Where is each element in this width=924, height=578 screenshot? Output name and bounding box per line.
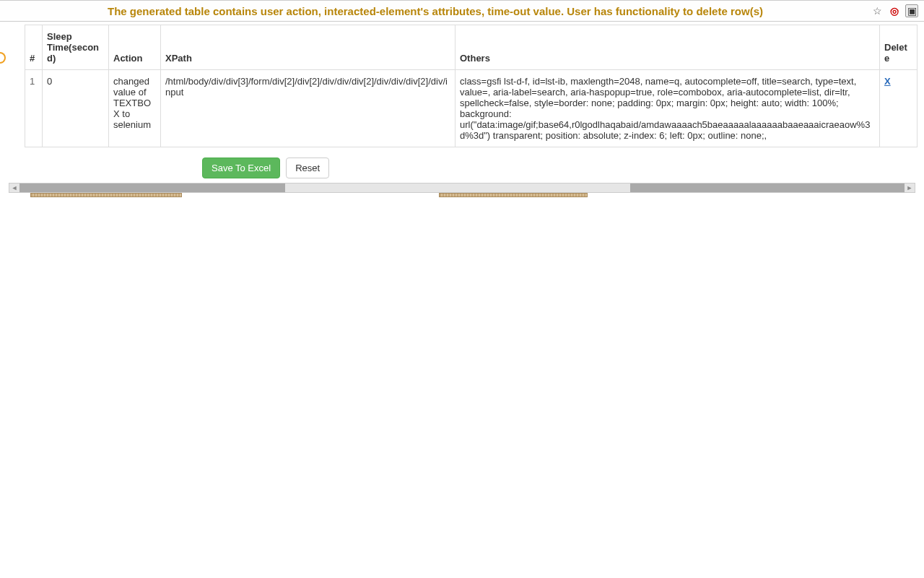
left-edge-decoration [0,52,6,64]
col-header-sleep: Sleep Time(second) [43,25,109,70]
scroll-track[interactable] [19,184,905,192]
table-header-row: # Sleep Time(second) Action XPath Others… [25,25,918,70]
col-header-delete: Delete [880,25,918,70]
button-row: Save To Excel Reset [202,158,924,178]
actions-table: # Sleep Time(second) Action XPath Others… [25,25,918,147]
cell-num: 1 [25,70,43,147]
horizontal-scrollbar[interactable]: ◄ ► [9,183,915,193]
col-header-others: Others [456,25,880,70]
cell-others: class=gsfi lst-d-f, id=lst-ib, maxlength… [456,70,880,147]
scroll-right-arrow-icon[interactable]: ► [905,184,915,192]
scroll-left-arrow-icon[interactable]: ◄ [9,184,19,192]
cell-sleep: 0 [43,70,109,147]
table-row: 1 0 changed value of TEXTBOX to selenium… [25,70,918,147]
topbar-icons: ☆ ◎ ▣ [871,4,924,17]
cell-delete: X [880,70,918,147]
star-icon[interactable]: ☆ [871,4,884,17]
cell-action: changed value of TEXTBOX to selenium [109,70,161,147]
col-header-num: # [25,25,43,70]
page-title: The generated table contains user action… [0,5,871,17]
noscript-icon[interactable]: ◎ [888,4,901,17]
delete-row-link[interactable]: X [884,76,891,87]
save-to-excel-button[interactable]: Save To Excel [202,158,280,178]
background-decoration [0,193,924,199]
reset-button[interactable]: Reset [286,158,329,178]
col-header-xpath: XPath [161,25,456,70]
extension-icon[interactable]: ▣ [905,4,918,17]
cell-xpath: /html/body/div/div[3]/form/div[2]/div[2]… [161,70,456,147]
scroll-thumb[interactable] [285,184,630,192]
browser-topbar: The generated table contains user action… [0,0,924,22]
col-header-action: Action [109,25,161,70]
